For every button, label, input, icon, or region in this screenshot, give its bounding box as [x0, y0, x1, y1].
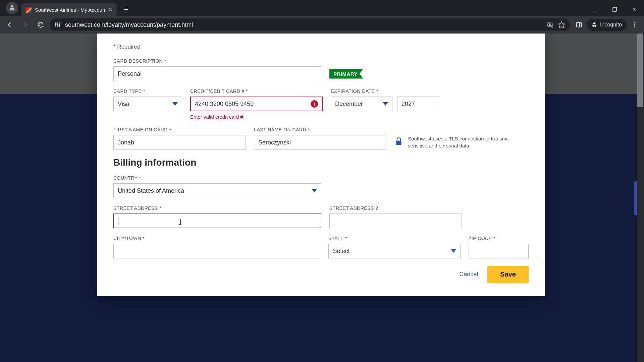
primary-badge: PRIMARY: [329, 69, 363, 79]
card-number-label: CREDIT/DEBIT CARD # *: [190, 88, 323, 94]
card-type-select[interactable]: Visa: [113, 97, 182, 111]
chevron-down-icon: [312, 189, 317, 192]
card-description-label: CARD DESCRIPTION *: [113, 58, 321, 64]
favicon-icon: [25, 7, 32, 13]
required-note: * Required: [113, 44, 529, 50]
chevron-down-icon: [451, 249, 456, 253]
tab-title: Southwest Airlines - My Accoun: [35, 7, 105, 13]
alert-icon: !: [311, 100, 318, 108]
scrollbar-thumb[interactable]: [637, 34, 643, 107]
kebab-menu-icon[interactable]: [628, 18, 641, 31]
address-bar[interactable]: southwest.com/loyalty/myaccount/payment.…: [50, 18, 570, 31]
page-viewport: * Required CARD DESCRIPTION * PRIMARY CA…: [0, 34, 644, 362]
chevron-down-icon: [383, 102, 388, 106]
close-window-button[interactable]: ✕: [625, 3, 644, 16]
url-text: southwest.com/loyalty/myaccount/payment.…: [65, 21, 542, 28]
svg-point-7: [57, 25, 58, 26]
bookmark-star-icon[interactable]: [558, 21, 565, 28]
street2-input[interactable]: [329, 214, 462, 228]
form-actions: Cancel Save: [113, 266, 529, 283]
chevron-down-icon: [172, 102, 178, 106]
street2-label: STREET ADDRESS 2: [329, 205, 462, 211]
eye-off-icon[interactable]: [546, 21, 554, 28]
card-number-input[interactable]: !: [190, 97, 323, 111]
side-panel-icon[interactable]: [573, 18, 585, 31]
close-tab-icon[interactable]: ✕: [108, 7, 113, 13]
zip-label: ZIP CODE *: [469, 236, 529, 241]
incognito-icon: [6, 2, 18, 14]
card-type-label: CARD TYPE *: [113, 88, 182, 94]
tls-note: Southwest uses a TLS connection to trans…: [394, 135, 515, 149]
new-tab-button[interactable]: ＋: [121, 4, 131, 15]
reload-button[interactable]: [34, 18, 47, 31]
svg-rect-2: [613, 8, 616, 11]
street1-label: STREET ADDRESS *: [113, 205, 321, 211]
street1-input[interactable]: [113, 214, 321, 228]
save-button[interactable]: Save: [487, 266, 529, 283]
state-label: STATE *: [328, 236, 460, 241]
expiration-label: EXPIRATION DATE *: [331, 88, 441, 94]
cancel-button[interactable]: Cancel: [457, 267, 481, 281]
last-name-label: LAST NAME ON CARD *: [254, 127, 386, 132]
first-name-input[interactable]: [113, 135, 246, 150]
card-description-input[interactable]: [113, 66, 321, 81]
incognito-chip[interactable]: Incognito: [587, 19, 627, 31]
forward-button[interactable]: [19, 18, 32, 31]
zip-input[interactable]: [469, 244, 529, 258]
first-name-label: FIRST NAME ON CARD *: [113, 127, 246, 132]
city-label: CITY/TOWN *: [113, 236, 320, 241]
expiration-month-select[interactable]: December: [331, 97, 392, 111]
state-select[interactable]: Select: [328, 244, 460, 258]
browser-tab[interactable]: Southwest Airlines - My Accoun ✕: [21, 3, 117, 16]
browser-titlebar: Southwest Airlines - My Accoun ✕ ＋ ✕: [0, 0, 644, 16]
site-settings-icon[interactable]: [54, 21, 61, 28]
svg-point-16: [634, 26, 635, 27]
browser-toolbar: southwest.com/loyalty/myaccount/payment.…: [0, 16, 644, 34]
tab-strip: Southwest Airlines - My Accoun ✕ ＋: [0, 0, 131, 16]
svg-rect-0: [593, 11, 598, 11]
svg-point-14: [634, 22, 635, 23]
svg-point-6: [55, 23, 56, 24]
country-select[interactable]: United States of America: [113, 183, 321, 198]
window-controls: ✕: [586, 3, 644, 16]
vertical-scrollbar[interactable]: [637, 34, 644, 362]
last-name-input[interactable]: [254, 135, 386, 150]
card-number-error: Enter valid credit card #.: [190, 114, 323, 120]
svg-rect-12: [577, 22, 582, 27]
minimize-button[interactable]: [586, 3, 605, 16]
incognito-label: Incognito: [600, 22, 622, 28]
svg-point-15: [634, 24, 635, 25]
svg-point-8: [59, 23, 60, 24]
billing-heading: Billing information: [113, 157, 529, 168]
svg-marker-11: [558, 22, 565, 28]
payment-modal: * Required CARD DESCRIPTION * PRIMARY CA…: [97, 34, 545, 296]
maximize-button[interactable]: [605, 3, 625, 16]
country-label: COUNTRY *: [113, 175, 321, 181]
lock-icon: [394, 137, 403, 147]
expiration-year-input[interactable]: [397, 97, 440, 111]
city-input[interactable]: [113, 244, 320, 258]
back-button[interactable]: [3, 18, 16, 31]
